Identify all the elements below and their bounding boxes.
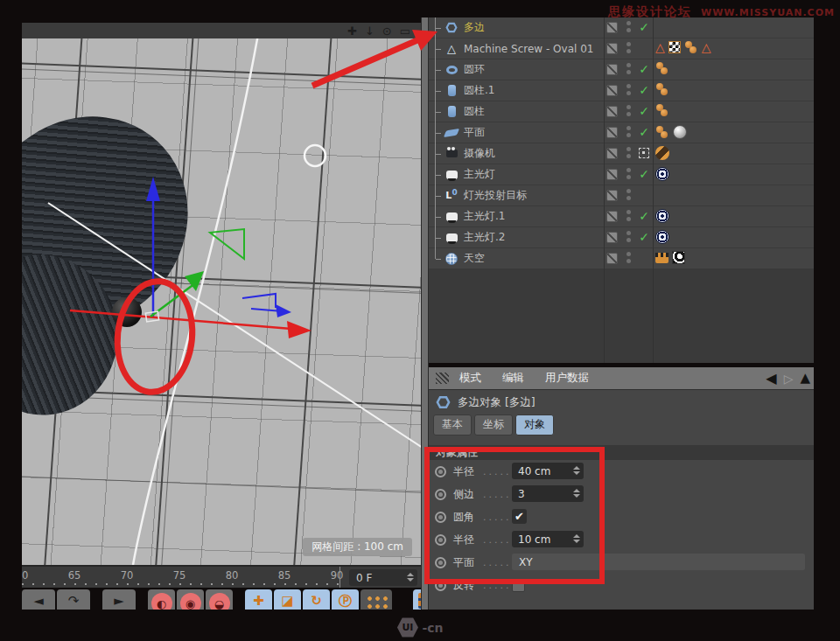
pan-icon[interactable]: ✚ <box>347 25 357 37</box>
key-scale-button[interactable]: ◪ <box>274 589 301 610</box>
panel-menu-icon[interactable] <box>436 373 449 384</box>
bullseye-tag-icon[interactable] <box>655 209 669 223</box>
bullseye-tag-icon[interactable] <box>655 230 669 244</box>
play-button[interactable]: ↷ <box>57 589 90 610</box>
object-label[interactable]: 平面 <box>464 125 485 140</box>
frame-stepper[interactable] <box>407 573 414 582</box>
object-row[interactable]: △Machine Screw - Oval 01△△ <box>429 38 814 59</box>
object-label[interactable]: 灯光投射目标 <box>464 188 527 203</box>
object-label[interactable]: 主光灯 <box>464 167 495 182</box>
enable-state[interactable] <box>637 188 651 202</box>
autokey-button[interactable]: ◉ <box>177 589 204 610</box>
dots-tag-icon[interactable] <box>655 62 669 74</box>
visibility-dots[interactable] <box>626 189 631 200</box>
dots-tag-icon[interactable] <box>655 83 669 95</box>
object-label[interactable]: Machine Screw - Oval 01 <box>464 43 593 55</box>
protection-tag-icon[interactable] <box>655 146 669 160</box>
object-row[interactable]: 主光灯.1✓ <box>429 206 814 227</box>
visibility-dots[interactable] <box>626 63 631 74</box>
checker-tag-icon[interactable] <box>668 41 681 53</box>
object-label[interactable]: 圆柱 <box>464 104 485 119</box>
visibility-dots[interactable] <box>626 126 631 137</box>
enable-state[interactable]: ✓ <box>637 104 651 118</box>
visibility-dots[interactable] <box>626 252 631 263</box>
next-key-button[interactable]: ► <box>102 589 136 610</box>
enable-state[interactable]: ✓ <box>637 209 651 223</box>
visibility-dots[interactable] <box>626 84 631 95</box>
object-label[interactable]: 圆柱.1 <box>464 83 494 98</box>
enable-state[interactable]: ✓ <box>637 20 651 34</box>
object-label[interactable]: 摄像机 <box>464 146 495 161</box>
viewport-panel[interactable]: ✚↓⊙▭ <box>22 23 421 565</box>
key-pla-button[interactable] <box>360 589 392 610</box>
dots-tag-icon[interactable] <box>684 41 698 53</box>
rotate-icon[interactable]: ⊙ <box>382 25 392 37</box>
object-label[interactable]: 多边 <box>464 20 485 35</box>
layer-toggle[interactable] <box>606 85 618 96</box>
viewport-canvas[interactable]: 网格间距 : 100 cm <box>22 38 421 565</box>
enable-state[interactable]: ✓ <box>637 62 651 76</box>
enable-state[interactable] <box>637 251 651 265</box>
visibility-dots[interactable] <box>626 42 631 53</box>
layer-toggle[interactable] <box>606 64 618 75</box>
layer-toggle[interactable] <box>606 253 618 264</box>
enable-state[interactable]: ✓ <box>637 125 651 139</box>
plane-handle-blue[interactable] <box>242 294 276 308</box>
object-row[interactable]: 天空 <box>429 248 814 269</box>
triangle-tag-icon[interactable]: △ <box>702 41 711 53</box>
layer-toggle[interactable] <box>606 148 618 159</box>
record-options-button[interactable]: ◒ <box>206 589 233 610</box>
texture-tag-icon[interactable] <box>672 251 685 264</box>
layer-toggle[interactable] <box>606 127 618 138</box>
enable-state[interactable]: ✓ <box>637 167 651 181</box>
object-row[interactable]: 多边✓ <box>429 17 814 38</box>
tab-对象[interactable]: 对象 <box>515 415 554 435</box>
maximize-icon[interactable]: ▭ <box>400 25 410 37</box>
enable-state[interactable] <box>637 41 651 55</box>
goto-start-button[interactable]: ◄ <box>22 589 55 610</box>
enable-state[interactable]: ✓ <box>637 83 651 97</box>
current-frame-field[interactable]: 0 F <box>349 569 417 586</box>
key-rotation-button[interactable]: ↻ <box>303 589 330 610</box>
compositing-tag-icon[interactable] <box>655 253 668 263</box>
visibility-dots[interactable] <box>626 21 631 32</box>
object-row[interactable]: 圆柱.1✓ <box>429 80 814 101</box>
object-row[interactable]: 圆柱✓ <box>429 101 814 122</box>
enable-state[interactable]: ✓ <box>637 230 651 244</box>
object-label[interactable]: 圆环 <box>464 62 485 77</box>
triangle-tag-icon[interactable]: △ <box>655 41 665 53</box>
history-back-icon[interactable]: ◀ <box>766 372 776 386</box>
visibility-dots[interactable] <box>626 231 631 242</box>
object-row[interactable]: 摄像机 <box>429 143 814 164</box>
layer-toggle[interactable] <box>606 232 618 243</box>
visibility-dots[interactable] <box>626 105 631 116</box>
layer-toggle[interactable] <box>606 190 618 201</box>
enable-state[interactable] <box>637 146 651 160</box>
dolly-icon[interactable]: ↓ <box>365 25 374 37</box>
object-row[interactable]: 平面✓ <box>429 122 814 143</box>
timeline-ruler[interactable]: 60657075808590 <box>22 565 346 588</box>
menu-item-2[interactable]: 用户数据 <box>545 371 589 386</box>
dots-tag-icon[interactable] <box>655 104 669 116</box>
sphere-tag-icon[interactable] <box>673 125 687 139</box>
history-forward-icon[interactable]: ▷ <box>784 373 794 385</box>
menu-item-1[interactable]: 编辑 <box>502 371 524 386</box>
object-row[interactable]: 主光灯✓ <box>429 164 814 185</box>
object-row[interactable]: 主光灯.2✓ <box>429 227 814 248</box>
layer-toggle[interactable] <box>606 211 618 222</box>
layer-toggle[interactable] <box>606 43 618 54</box>
object-label[interactable]: 主光灯.2 <box>464 230 505 245</box>
tab-基本[interactable]: 基本 <box>433 415 472 435</box>
object-label[interactable]: 主光灯.1 <box>464 209 505 224</box>
layer-toggle[interactable] <box>606 169 618 180</box>
record-keyframe-button[interactable]: ◐ <box>148 589 175 610</box>
object-row[interactable]: L0灯光投射目标 <box>429 185 814 206</box>
key-position-button[interactable]: ✚ <box>245 589 272 610</box>
object-label[interactable]: 天空 <box>464 251 485 266</box>
motion-mode-button[interactable] <box>413 589 421 610</box>
visibility-dots[interactable] <box>626 147 631 158</box>
layer-toggle[interactable] <box>606 22 618 33</box>
visibility-dots[interactable] <box>626 210 631 221</box>
tab-坐标[interactable]: 坐标 <box>474 415 513 435</box>
dots-tag-icon[interactable] <box>655 126 669 138</box>
